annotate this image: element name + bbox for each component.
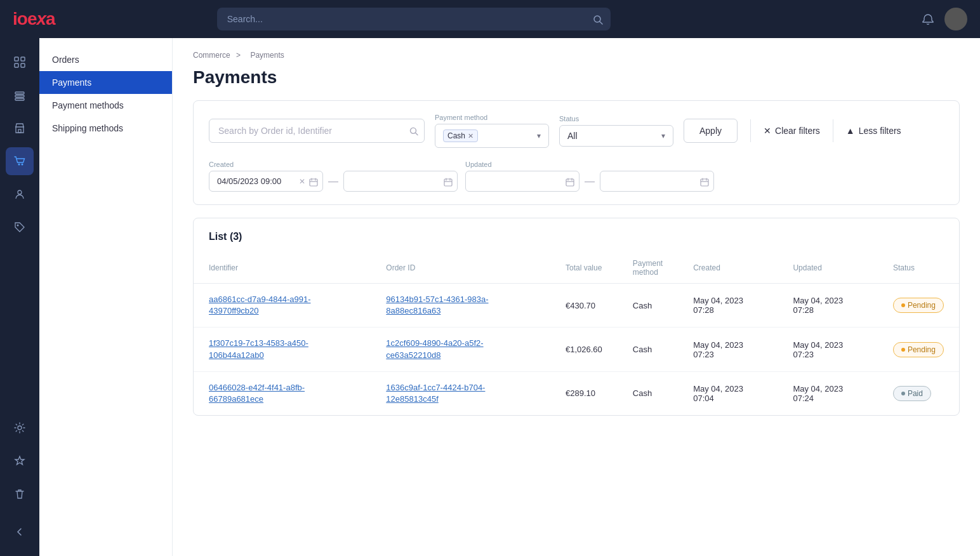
order-id-link[interactable]: 1636c9af-1cc7-4424-b704-12e85813c45f	[386, 383, 485, 404]
cell-payment-method: Cash	[618, 328, 678, 371]
col-total-value: Total value	[550, 253, 618, 284]
topnav: ioexa	[0, 0, 980, 38]
table-row: 1f307c19-7c13-4583-a450-106b44a12ab0 1c2…	[194, 328, 959, 371]
svg-rect-21	[444, 179, 452, 186]
cell-status: Pending	[878, 284, 959, 328]
created-to-input[interactable]	[343, 171, 458, 192]
status-select[interactable]: All ▾	[559, 125, 673, 147]
nav-item-orders[interactable]: Orders	[39, 48, 172, 71]
cell-status: Pending	[878, 328, 959, 371]
search-filter-icon	[409, 126, 418, 136]
status-label: Pending	[908, 301, 936, 310]
cell-payment-method: Cash	[618, 371, 678, 415]
updated-from-calendar-icon[interactable]	[566, 176, 574, 186]
list-section: List (3) Identifier Order ID Total value…	[193, 218, 960, 416]
cell-identifier: 1f307c19-7c13-4583-a450-106b44a12ab0	[194, 328, 371, 371]
cell-identifier: 06466028-e42f-4f41-a8fb-66789a681ece	[194, 371, 371, 415]
svg-rect-3	[21, 57, 25, 61]
nav-item-payments[interactable]: Payments	[39, 71, 172, 94]
sidebar-icon-users[interactable]	[6, 180, 34, 208]
search-bar	[217, 8, 611, 30]
updated-to-input[interactable]	[600, 171, 714, 192]
table-head: Identifier Order ID Total value Payment …	[194, 253, 959, 284]
created-from-wrap: ✕	[209, 171, 323, 192]
identifier-link[interactable]: 06466028-e42f-4f41-a8fb-66789a681ece	[209, 383, 305, 404]
col-created: Created	[678, 253, 778, 284]
col-status: Status	[878, 253, 959, 284]
svg-point-13	[17, 225, 19, 227]
cell-total-value: €1,026.60	[550, 328, 618, 371]
updated-from-input[interactable]	[465, 171, 579, 192]
cell-payment-method: Cash	[618, 284, 678, 328]
identifier-link[interactable]: aa6861cc-d7a9-4844-a991-43970ff9cb20	[209, 295, 310, 315]
updated-to-calendar-icon[interactable]	[700, 176, 709, 186]
created-to-calendar-icon[interactable]	[444, 176, 453, 186]
svg-point-12	[18, 190, 22, 194]
data-table: Identifier Order ID Total value Payment …	[194, 253, 959, 415]
breadcrumb: Commerce > Payments	[193, 51, 960, 60]
filter-divider-2	[833, 119, 833, 142]
updated-date-separator: —	[585, 176, 595, 187]
logo: ioexa	[13, 9, 55, 29]
clear-filters-button[interactable]: ✕ Clear filters	[764, 126, 820, 136]
cell-order-id: 96134b91-57c1-4361-983a-8a88ec816a63	[371, 284, 550, 328]
col-order-id: Order ID	[371, 253, 550, 284]
svg-rect-17	[310, 179, 317, 186]
nav-item-payment-methods[interactable]: Payment methods	[39, 94, 172, 117]
svg-rect-9	[18, 129, 21, 133]
sidebar-icon-store[interactable]	[6, 114, 34, 142]
order-id-link[interactable]: 96134b91-57c1-4361-983a-8a88ec816a63	[386, 295, 488, 315]
sidebar-icon-grid[interactable]	[6, 48, 34, 76]
identifier-link[interactable]: 1f307c19-7c13-4583-a450-106b44a12ab0	[209, 338, 308, 359]
avatar[interactable]	[944, 8, 967, 30]
clear-filters-icon: ✕	[764, 126, 771, 136]
created-to-wrap	[343, 171, 458, 192]
cell-updated: May 04, 2023 07:23	[778, 328, 877, 371]
table-row: aa6861cc-d7a9-4844-a991-43970ff9cb20 961…	[194, 284, 959, 328]
collapse-icon[interactable]	[6, 518, 34, 546]
svg-line-1	[600, 22, 602, 24]
filter-divider	[750, 119, 751, 142]
filter-row-1: Payment method Cash ✕ ▾ Status	[209, 114, 944, 148]
cell-created: May 04, 2023 07:28	[678, 284, 778, 328]
list-title: List (3)	[209, 231, 944, 242]
svg-point-11	[22, 164, 23, 166]
payment-method-filter-group: Payment method Cash ✕ ▾	[435, 114, 549, 148]
updated-date-group: Updated	[465, 161, 714, 192]
sidebar-icon-star[interactable]	[6, 447, 34, 475]
less-filters-label: Less filters	[859, 126, 901, 136]
sidebar-bottom	[6, 414, 34, 546]
sidebar-icon-layers[interactable]	[6, 81, 34, 109]
svg-rect-7	[15, 95, 24, 97]
nav-item-shipping-methods[interactable]: Shipping methods	[39, 117, 172, 140]
svg-rect-6	[15, 92, 24, 94]
status-badge: Pending	[893, 342, 944, 357]
created-from-calendar-icon[interactable]	[309, 176, 318, 186]
less-filters-button[interactable]: ▲ Less filters	[846, 126, 901, 136]
order-id-link[interactable]: 1c2cf609-4890-4a20-a5f2-ce63a52210d8	[386, 338, 483, 359]
created-from-input[interactable]	[209, 171, 323, 192]
status-dot	[901, 303, 905, 307]
search-input[interactable]	[217, 8, 611, 30]
svg-line-16	[416, 133, 418, 136]
apply-button[interactable]: Apply	[684, 119, 738, 143]
topnav-right	[922, 8, 967, 30]
order-search-input[interactable]	[209, 119, 425, 143]
sidebar-icon-cart[interactable]	[6, 147, 34, 175]
sidebar-icon-tag[interactable]	[6, 213, 34, 241]
created-from-clear[interactable]: ✕	[299, 177, 305, 186]
payment-method-tag-value: Cash	[447, 131, 465, 140]
bell-icon[interactable]	[922, 12, 934, 27]
svg-point-14	[18, 426, 22, 430]
payment-method-remove[interactable]: ✕	[468, 132, 473, 140]
sidebar-icon-trash[interactable]	[6, 480, 34, 508]
sidebar-icon-settings[interactable]	[6, 414, 34, 442]
status-label: Pending	[908, 345, 936, 354]
cell-total-value: €289.10	[550, 371, 618, 415]
breadcrumb-parent[interactable]: Commerce	[193, 51, 230, 60]
table-row: 06466028-e42f-4f41-a8fb-66789a681ece 163…	[194, 371, 959, 415]
svg-rect-29	[701, 179, 708, 186]
cell-order-id: 1c2cf609-4890-4a20-a5f2-ce63a52210d8	[371, 328, 550, 371]
payment-method-select[interactable]: Cash ✕ ▾	[435, 124, 549, 148]
cell-updated: May 04, 2023 07:28	[778, 284, 877, 328]
